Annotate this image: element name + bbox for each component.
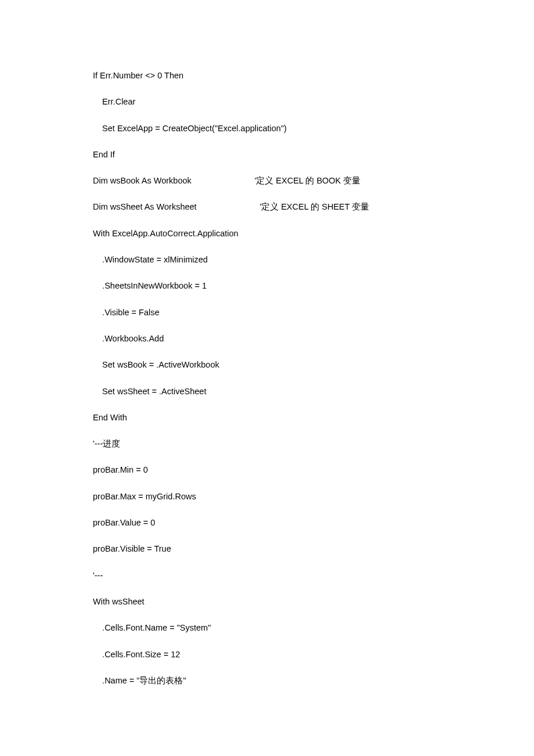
code-line: .Cells.Font.Name = "System" bbox=[93, 622, 441, 633]
code-line: Dim wsBook As Workbook '定义 EXCEL 的 BOOK … bbox=[93, 175, 441, 186]
code-line: '---进度 bbox=[93, 438, 441, 449]
code-line: proBar.Max = myGrid.Rows bbox=[93, 491, 441, 502]
code-line: With wsSheet bbox=[93, 596, 441, 607]
code-line: proBar.Visible = True bbox=[93, 543, 441, 555]
code-line: .WindowState = xlMinimized bbox=[93, 254, 441, 265]
code-block: If Err.Number <> 0 Then Err.Clear Set Ex… bbox=[93, 70, 441, 686]
code-line: End If bbox=[93, 149, 441, 160]
code-line: proBar.Value = 0 bbox=[93, 517, 441, 528]
code-line: Set ExcelApp = CreateObject("Excel.appli… bbox=[93, 123, 441, 134]
code-line: .Workbooks.Add bbox=[93, 333, 441, 344]
code-line: .Name = "导出的表格" bbox=[93, 675, 441, 686]
code-line: Set wsSheet = .ActiveSheet bbox=[93, 386, 441, 397]
code-line: '--- bbox=[93, 570, 441, 581]
code-line: Err.Clear bbox=[93, 96, 441, 107]
code-line: .Cells.Font.Size = 12 bbox=[93, 649, 441, 660]
document-page: If Err.Number <> 0 Then Err.Clear Set Ex… bbox=[0, 0, 534, 756]
code-line: Dim wsSheet As Worksheet '定义 EXCEL 的 SHE… bbox=[93, 201, 441, 213]
code-line: If Err.Number <> 0 Then bbox=[93, 70, 441, 81]
code-line: .Visible = False bbox=[93, 307, 441, 318]
code-line: proBar.Min = 0 bbox=[93, 464, 441, 476]
code-line: .SheetsInNewWorkbook = 1 bbox=[93, 280, 441, 291]
code-line: With ExcelApp.AutoCorrect.Application bbox=[93, 228, 441, 239]
code-line: End With bbox=[93, 412, 441, 423]
code-line: Set wsBook = .ActiveWorkbook bbox=[93, 359, 441, 370]
